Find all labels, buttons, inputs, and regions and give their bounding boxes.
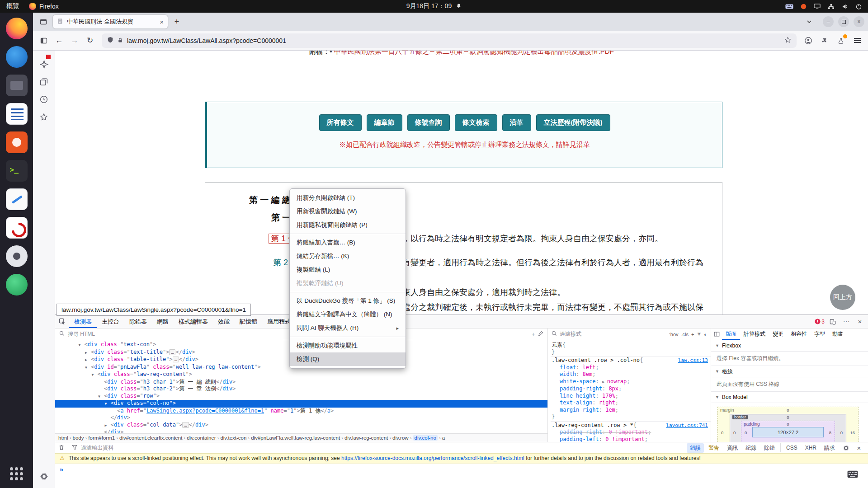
markup-line[interactable]: ▼<div class="law-reg-content"> (55, 371, 547, 379)
twisty-icon[interactable]: ▼ (98, 393, 104, 400)
css-declaration[interactable]: text-align: right; (552, 399, 708, 407)
rules-filter-bar[interactable]: 過濾樣式 :hov .cls + ☀ ◐ (548, 328, 711, 340)
app-menu[interactable]: Firefox (29, 3, 59, 10)
system-tray[interactable] (785, 4, 868, 9)
markup-line[interactable]: </div> (55, 429, 547, 433)
console-filter-button[interactable]: 除錯 (761, 443, 778, 453)
rule-selector[interactable]: 元素 (552, 342, 562, 349)
layout-tab[interactable]: 字型 (811, 328, 829, 340)
warning-link[interactable]: https://firefox-source-docs.mozilla.org/… (341, 455, 524, 461)
bookmarks-icon[interactable] (38, 112, 49, 122)
css-declaration[interactable]: white-space: ▶ nowrap; (552, 378, 708, 386)
context-menu-item[interactable]: 以 DuckDuckGo 搜尋「第 1 條」 (S) (290, 294, 406, 308)
context-menu-item[interactable]: 用新分頁開啟鏈結 (T) (290, 191, 406, 205)
context-menu-item[interactable]: 檢測 (Q) (290, 352, 406, 366)
markup-line[interactable]: ▶<div class="col-data">…</div> (55, 422, 547, 429)
border-left-value[interactable]: 0 (733, 430, 736, 435)
console-input-row[interactable]: » (55, 464, 868, 488)
dock-item-writer[interactable] (4, 101, 29, 127)
context-menu-item[interactable]: 用新視窗開啟鏈結 (W) (290, 205, 406, 218)
layout-tab[interactable]: 動畫 (829, 328, 847, 340)
margin-right-value[interactable]: 16 (850, 430, 855, 435)
close-button[interactable]: × (854, 16, 864, 27)
menu-hamburger-icon[interactable] (850, 33, 864, 48)
history-icon[interactable] (38, 94, 49, 105)
tab-list-chevron-icon[interactable] (803, 15, 816, 28)
css-declaration[interactable]: padding-left: 0 !important; (552, 436, 708, 442)
context-menu-item[interactable]: 複製乾淨鏈結 (U) (290, 277, 406, 290)
twisty-icon[interactable]: ▼ (105, 400, 111, 408)
url-bar[interactable]: law.moj.gov.tw/LawClass/LawAll.aspx?pcod… (102, 33, 797, 48)
markup-line[interactable]: </div> (55, 414, 547, 422)
law-nav-button[interactable]: 條號查詢 (407, 114, 450, 131)
devtools-tab[interactable]: 樣式編輯器 (174, 315, 213, 328)
markup-line[interactable]: <div class="h3 char-1">第 一 編 總則</div> (55, 379, 547, 386)
rule-selector[interactable]: .law-reg-content .row > * (552, 422, 633, 429)
context-menu-item[interactable]: 問問 AI 聊天機器人 (H)▸ (290, 321, 406, 335)
layout-tab[interactable]: 相容性 (787, 328, 811, 340)
ai-chatbot-icon[interactable] (38, 59, 49, 70)
breadcrumb-item[interactable]: div.text-con (220, 435, 246, 441)
extensions-icon[interactable] (817, 33, 832, 48)
keyboard-indicator-icon[interactable] (785, 4, 793, 9)
layout-tab[interactable]: 變更 (769, 328, 787, 340)
context-menu-item[interactable]: 檢測輔助功能環境屬性 (290, 339, 406, 352)
back-button[interactable]: ← (52, 33, 66, 48)
breadcrumb-item[interactable]: div.law-reg-content (344, 435, 388, 441)
network-icon[interactable] (828, 4, 835, 9)
devtools-tab[interactable]: 網路 (152, 315, 174, 328)
css-declaration[interactable]: float: left; (552, 364, 708, 371)
synced-tabs-icon[interactable] (38, 76, 49, 87)
expand-icon[interactable]: ▶ (602, 380, 607, 384)
devtools-tab[interactable]: 檢測器 (69, 315, 97, 328)
add-rule-button[interactable]: + (691, 332, 694, 337)
law-nav-button[interactable]: 編章節 (367, 114, 402, 131)
back-to-top-button[interactable]: 回上方 (830, 285, 855, 310)
sidebar-toggle-icon[interactable] (37, 33, 51, 48)
markup-line[interactable]: <a href="LawSingle.aspx?pcode=C0000001&f… (55, 408, 547, 415)
split-console-close-icon[interactable]: × (854, 442, 864, 453)
console-filter-button[interactable]: 錯誤 (687, 443, 704, 453)
grid-section-header[interactable]: ▼格線 (711, 366, 868, 377)
shield-icon[interactable] (107, 37, 113, 44)
context-menu-item[interactable]: 鏈結另存新檔… (K) (290, 249, 406, 263)
law-nav-button[interactable]: 條文檢索 (455, 114, 497, 131)
console-filter-button[interactable]: CSS (783, 443, 801, 453)
devtools-tab[interactable]: 記憶體 (235, 315, 262, 328)
new-tab-button[interactable]: + (170, 15, 183, 28)
breadcrumb-item[interactable]: form#form1 (88, 435, 115, 441)
devtools-tab[interactable]: 除錯器 (124, 315, 152, 328)
twisty-icon[interactable]: ▶ (105, 422, 111, 429)
margin-top-value[interactable]: 0 (787, 408, 789, 413)
breadcrumb-item[interactable]: div#content.clearfix.content (119, 435, 182, 441)
breadcrumb-item[interactable]: html (58, 435, 68, 441)
dock-item-remmina[interactable] (4, 244, 29, 269)
print-simulation-icon[interactable]: ◐ (704, 332, 707, 337)
toggle-3pane-icon[interactable] (711, 328, 722, 340)
css-declaration[interactable]: line-height: 170%; (552, 393, 708, 400)
console-filter-button[interactable]: 請求 (821, 443, 838, 453)
devtools-meatball-menu-icon[interactable]: ⋯ (841, 316, 852, 327)
tab-close-icon[interactable]: × (160, 18, 164, 26)
responsive-mode-icon[interactable] (827, 316, 838, 327)
rule-selector[interactable]: .law-content .row > .col-no (552, 357, 640, 364)
eyedropper-icon[interactable] (538, 331, 543, 338)
dock-item-firefox[interactable] (4, 16, 29, 41)
law-nav-button[interactable]: 沿革 (502, 114, 531, 131)
firefox-view-button[interactable] (37, 15, 50, 28)
dock-item-draw[interactable] (4, 215, 29, 240)
console-filter-button[interactable]: 資訊 (724, 443, 741, 453)
context-menu-item[interactable]: 用新隱私視窗開啟鏈結 (P) (290, 218, 406, 232)
activities-button[interactable]: 概覽 (6, 2, 19, 10)
element-picker-icon[interactable] (55, 315, 69, 328)
dock-item-files[interactable] (4, 73, 29, 98)
law-nav-button[interactable]: 所有條文 (319, 114, 362, 131)
url-text[interactable]: law.moj.gov.tw/LawClass/LawAll.aspx?pcod… (127, 37, 780, 44)
twisty-icon[interactable]: ▼ (92, 371, 98, 379)
breadcrumb-item[interactable]: div.col-no (413, 435, 438, 441)
law-nav-button[interactable]: 立法歷程(附帶決議) (536, 114, 610, 131)
breadcrumb-item[interactable]: div.row (392, 435, 409, 441)
border-right-value[interactable]: 0 (840, 430, 843, 435)
console-filter-button[interactable]: XHR (802, 443, 820, 453)
stylesheet-link[interactable]: law.css:13 (678, 357, 708, 364)
